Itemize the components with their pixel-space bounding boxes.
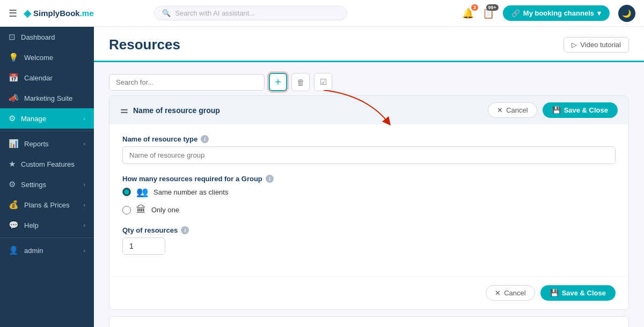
- app-logo: ◈ SimplyBook.me: [24, 8, 94, 19]
- sidebar-item-settings[interactable]: ⚙ Settings ›: [0, 174, 94, 195]
- sidebar-item-help[interactable]: 💬 Help ›: [0, 215, 94, 235]
- resources-radio-group: 👥 Same number as clients 🏛 Only one: [122, 186, 616, 215]
- resource-toolbar: + 🗑 ☑: [109, 73, 629, 91]
- sidebar-divider-2: [0, 237, 94, 238]
- sidebar-divider-1: [0, 131, 94, 131]
- x-icon-footer: ✕: [495, 289, 501, 297]
- sidebar-label-plans: Plans & Prices: [24, 201, 70, 209]
- search-placeholder: Search with AI assistant...: [175, 9, 255, 17]
- welcome-icon: 💡: [9, 53, 19, 62]
- check-icon: ☑: [320, 77, 327, 87]
- sidebar-label-welcome: Welcome: [24, 54, 53, 62]
- sidebar-label-admin: admin: [24, 247, 43, 255]
- form-body: Name of resource type i How many resourc…: [109, 124, 628, 276]
- sidebar-item-plans-prices[interactable]: 💰 Plans & Prices ›: [0, 195, 94, 215]
- logo-text: SimplyBook.me: [33, 9, 94, 18]
- qty-field: Qty of resources i: [122, 226, 616, 255]
- calendar-icon-btn[interactable]: 📋 99+: [482, 8, 494, 19]
- reports-icon: 📊: [9, 139, 19, 148]
- sidebar-label-calendar: Calendar: [24, 74, 53, 82]
- moon-icon: 🌙: [622, 9, 631, 18]
- footer-save-button[interactable]: 💾 Save & Close: [540, 285, 616, 301]
- sidebar-item-custom-features[interactable]: ★ Custom Features: [0, 154, 94, 174]
- resource-type-info-icon[interactable]: i: [201, 135, 209, 143]
- check-button[interactable]: ☑: [314, 73, 332, 91]
- form-panel-actions: ✕ Cancel 💾 Save & Close: [488, 102, 618, 118]
- top-navigation: ☰ ◈ SimplyBook.me 🔍 Search with AI assis…: [0, 0, 644, 27]
- search-icon: 🔍: [162, 9, 171, 17]
- header-cancel-button[interactable]: ✕ Cancel: [488, 102, 537, 118]
- add-resource-button[interactable]: +: [269, 73, 287, 91]
- radio-same-input[interactable]: [122, 188, 131, 196]
- qty-info-icon[interactable]: i: [181, 226, 189, 234]
- sidebar-item-admin[interactable]: 👤 admin ›: [0, 240, 94, 261]
- connected-services-header[interactable]: ⚌ Connected services ⌄: [109, 317, 628, 327]
- qty-input[interactable]: [122, 237, 165, 255]
- sidebar-label-dashboard: Dashboard: [21, 33, 55, 41]
- trash-icon: 🗑: [297, 78, 305, 87]
- clients-icon: 👥: [136, 186, 148, 198]
- nav-icons: 🔔 3 📋 99+ 🔗 My booking channels ▾ 🌙: [462, 5, 635, 22]
- dashboard-icon: ⊡: [9, 32, 16, 42]
- sidebar-item-dashboard[interactable]: ⊡ Dashboard: [0, 27, 94, 47]
- form-panel-title: ⚌ Name of resource group: [120, 105, 220, 115]
- sidebar-label-reports: Reports: [24, 140, 49, 148]
- admin-icon: 👤: [9, 246, 19, 255]
- delete-button[interactable]: 🗑: [291, 73, 310, 91]
- footer-cancel-button[interactable]: ✕ Cancel: [486, 285, 535, 301]
- sidebar-label-custom-features: Custom Features: [21, 160, 75, 168]
- page-header-row: Resources ▷ Video tutorial: [109, 36, 629, 61]
- search-input[interactable]: [109, 74, 265, 91]
- sidebar-label-manage: Manage: [21, 115, 46, 123]
- connected-services-panel: ⚌ Connected services ⌄: [109, 316, 629, 327]
- content-area: + 🗑 ☑: [94, 62, 644, 327]
- sidebar-label-help: Help: [24, 221, 39, 229]
- settings-chevron-icon: ›: [83, 181, 85, 188]
- video-tutorial-button[interactable]: ▷ Video tutorial: [564, 37, 629, 53]
- resource-type-input[interactable]: [122, 146, 616, 164]
- plus-icon: +: [275, 77, 281, 87]
- user-avatar-button[interactable]: 🌙: [618, 5, 635, 22]
- sidebar-item-reports[interactable]: 📊 Reports ›: [0, 133, 94, 154]
- calendar-side-icon: 📅: [9, 73, 19, 83]
- settings-icon: ⚙: [9, 180, 16, 189]
- main-content: Resources ▷ Video tutorial + 🗑 ☑: [94, 27, 644, 327]
- radio-same-as-clients[interactable]: 👥 Same number as clients: [122, 186, 616, 198]
- group-resources-field: How many resources required for a Group …: [122, 175, 616, 215]
- sidebar-label-marketing: Marketing Suite: [24, 94, 72, 102]
- main-layout: ⊡ Dashboard 💡 Welcome 📅 Calendar 📣 Marke…: [0, 27, 644, 327]
- connected-services-icon: ⚌: [120, 325, 128, 328]
- header-save-button[interactable]: 💾 Save & Close: [543, 102, 618, 118]
- qty-label: Qty of resources i: [122, 226, 616, 234]
- notification-badge: 3: [471, 4, 478, 11]
- radio-one-input[interactable]: [122, 206, 131, 214]
- sidebar-item-calendar[interactable]: 📅 Calendar: [0, 68, 94, 88]
- save-icon-footer: 💾: [550, 289, 559, 297]
- sidebar-label-settings: Settings: [21, 181, 46, 189]
- hamburger-menu[interactable]: ☰: [9, 8, 17, 19]
- sidebar: ⊡ Dashboard 💡 Welcome 📅 Calendar 📣 Marke…: [0, 27, 94, 327]
- help-icon: 💬: [9, 220, 19, 230]
- ai-search-bar[interactable]: 🔍 Search with AI assistant...: [154, 6, 347, 20]
- plans-icon: 💰: [9, 200, 19, 210]
- x-icon: ✕: [497, 106, 503, 114]
- sidebar-item-manage[interactable]: ⚙ Manage ›: [0, 108, 94, 129]
- manage-chevron-icon: ›: [83, 115, 85, 122]
- group-resources-info-icon[interactable]: i: [266, 175, 274, 183]
- dropdown-arrow-icon: ▾: [597, 9, 601, 17]
- help-chevron-icon: ›: [83, 222, 85, 228]
- play-icon: ▷: [572, 41, 577, 49]
- building-icon: 🏛: [136, 204, 146, 215]
- save-icon: 💾: [552, 106, 561, 114]
- radio-only-one[interactable]: 🏛 Only one: [122, 204, 616, 215]
- plans-chevron-icon: ›: [83, 202, 85, 208]
- form-panel-header: ⚌ Name of resource group ✕ Cancel 💾 Save…: [109, 96, 628, 124]
- booking-channels-button[interactable]: 🔗 My booking channels ▾: [503, 5, 610, 21]
- sidebar-item-welcome[interactable]: 💡 Welcome: [0, 47, 94, 68]
- notification-bell[interactable]: 🔔 3: [462, 8, 474, 19]
- marketing-icon: 📣: [9, 93, 19, 103]
- sidebar-item-marketing[interactable]: 📣 Marketing Suite: [0, 88, 94, 108]
- resource-type-field: Name of resource type i: [122, 135, 616, 164]
- form-panel-footer: ✕ Cancel 💾 Save & Close: [109, 276, 628, 309]
- resource-type-label: Name of resource type i: [122, 135, 616, 143]
